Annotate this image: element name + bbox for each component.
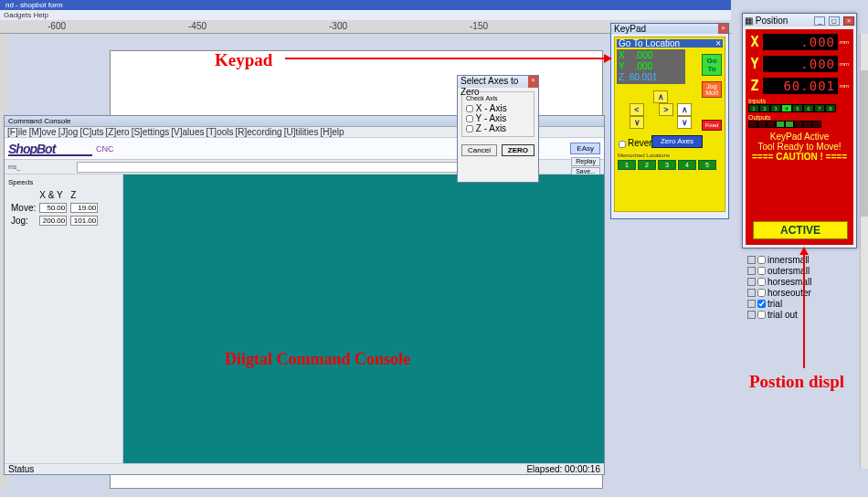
z-up-icon[interactable]: ∧	[677, 103, 692, 116]
shopbot-logo: ShopBot	[8, 142, 55, 156]
x-axis-checkbox[interactable]: X - Axis	[466, 103, 532, 113]
mem-button-3[interactable]: 3	[658, 160, 676, 170]
dro-x: X .000 mm	[748, 32, 851, 52]
mem-button-1[interactable]: 1	[618, 160, 636, 170]
layer-checkbox[interactable]	[757, 289, 766, 297]
annotation-arrow-keypad	[285, 58, 605, 59]
command-input[interactable]	[77, 162, 515, 173]
annotation-keypad: Keypad	[215, 50, 272, 70]
z-axis-checkbox[interactable]: Z - Axis	[466, 123, 532, 133]
goto-button[interactable]: Go To	[702, 54, 722, 76]
annotation-position: Postion displ	[749, 372, 844, 392]
position-titlebar: ▦ Position _ ◻ ×	[743, 14, 856, 26]
move-xy-input[interactable]	[39, 203, 67, 213]
move-z-input[interactable]	[70, 203, 98, 213]
arrow-right-icon[interactable]: >	[659, 103, 673, 116]
app-menubar[interactable]: Gadgets Help	[0, 10, 731, 20]
mem-button-4[interactable]: 4	[678, 160, 696, 170]
speeds-heading: Speeds	[8, 178, 119, 186]
inputs-leds: 1 2 3 4 5 6 7 8	[748, 104, 851, 112]
keypad-dro: X .000 Y .000 Z 60.001	[617, 49, 685, 84]
annotation-arrow-position	[803, 254, 805, 368]
jog-mode-button[interactable]: Jog Mod	[702, 81, 722, 98]
goto-header: Go To Location×	[617, 39, 723, 48]
dro-z: Z 60.001 mm	[748, 76, 851, 96]
zero-axes-button[interactable]: Zero Axes	[651, 135, 703, 148]
keypad-panel: Go To Location× X .000 Y .000 Z 60.001 G…	[614, 37, 725, 212]
mem-button-2[interactable]: 2	[638, 160, 656, 170]
check-axis-group: Check Axis X - Axis Y - Axis Z - Axis	[461, 91, 535, 137]
jog-z-input[interactable]	[70, 216, 98, 226]
maximize-icon[interactable]: ◻	[829, 16, 840, 26]
close-icon[interactable]: ×	[528, 76, 538, 88]
select-axes-dialog: Select Axes to Zero × Check Axis X - Axi…	[457, 75, 539, 183]
mem-button-5[interactable]: 5	[698, 160, 716, 170]
jog-xy-input[interactable]	[39, 216, 67, 226]
arrow-up-icon[interactable]: ∧	[653, 90, 668, 103]
speeds-panel: Speeds X & YZ Move: Jog:	[5, 174, 123, 463]
zero-button[interactable]: ZERO	[502, 144, 535, 156]
layer-checkbox[interactable]	[757, 278, 766, 286]
scrollbar-vertical[interactable]	[860, 34, 868, 469]
app-titlebar: nd - shopbot form	[0, 0, 731, 10]
easy-button[interactable]: EAsy	[570, 143, 600, 154]
close-icon[interactable]: ×	[718, 24, 728, 34]
y-axis-checkbox[interactable]: Y - Axis	[466, 113, 532, 123]
layer-checkbox[interactable]	[757, 267, 766, 275]
dro-y: Y .000 mm	[748, 54, 851, 74]
keypad-window: KeyPad × Go To Location× X .000 Y .000 Z…	[610, 23, 729, 219]
fixed-button[interactable]: Fixed	[702, 120, 722, 131]
mem-buttons: 1 2 3 4 5	[618, 160, 716, 170]
active-button[interactable]: ACTIVE	[753, 221, 848, 239]
layer-checkbox[interactable]	[757, 256, 766, 264]
console-output-area	[123, 174, 604, 463]
keypad-titlebar: KeyPad ×	[611, 24, 728, 34]
position-message: KeyPad Active Tool Ready to Move! ==== C…	[748, 132, 851, 162]
jog-arrows: ∧ < > ∧ ∨ ∨	[619, 90, 703, 129]
layer-checkbox[interactable]	[757, 311, 766, 319]
mem-locations-label: Memorized Locations	[618, 153, 670, 158]
select-axes-title: Select Axes to Zero ×	[458, 76, 538, 88]
inputs-label: Inputs	[748, 98, 851, 104]
outputs-label: Outputs	[748, 114, 851, 121]
cnc-label: CNC	[96, 144, 114, 153]
z-down-icon[interactable]: ∨	[677, 116, 692, 129]
arrow-left-icon[interactable]: <	[630, 103, 644, 116]
cancel-button[interactable]: Cancel	[461, 144, 497, 156]
position-window: ▦ Position _ ◻ × X .000 mm Y .000 mm Z 6…	[742, 13, 857, 248]
outputs-leds	[748, 121, 851, 128]
annotation-console: Diigtal Command Console	[225, 350, 410, 369]
arrow-down-icon[interactable]: ∨	[630, 116, 644, 129]
close-icon[interactable]: ×	[843, 16, 854, 26]
layer-checkbox[interactable]	[757, 300, 766, 308]
status-bar: Status Elapsed: 00:00:16	[5, 463, 604, 474]
replay-button[interactable]: Replay	[571, 157, 600, 166]
close-icon[interactable]: ×	[715, 38, 721, 48]
position-panel: X .000 mm Y .000 mm Z 60.001 mm Inputs 1…	[746, 29, 853, 245]
minimize-icon[interactable]: _	[814, 16, 825, 26]
